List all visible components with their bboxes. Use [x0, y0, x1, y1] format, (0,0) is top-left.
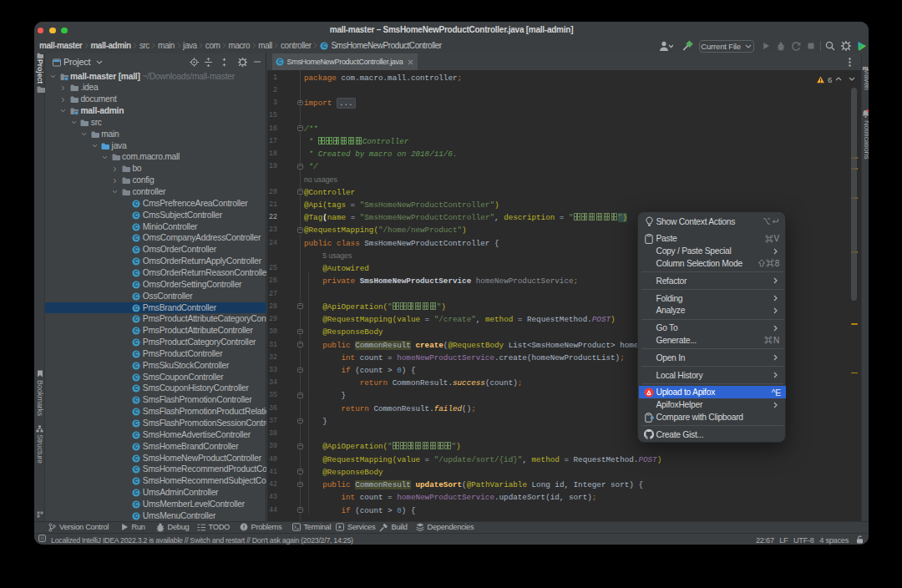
svg-text:C: C: [134, 305, 139, 311]
svg-text:C: C: [134, 374, 139, 380]
svg-text:C: C: [277, 58, 281, 64]
svg-text:C: C: [134, 362, 139, 368]
svg-text:C: C: [134, 258, 139, 264]
svg-text:C: C: [134, 224, 139, 230]
svg-text:C: C: [134, 455, 139, 461]
svg-text:C: C: [134, 270, 139, 276]
svg-text:C: C: [134, 432, 139, 438]
svg-text:C: C: [134, 501, 139, 507]
svg-text:C: C: [134, 467, 139, 473]
svg-text:C: C: [134, 328, 139, 334]
svg-text:C: C: [134, 247, 139, 253]
svg-text:C: C: [134, 281, 139, 287]
svg-text:C: C: [134, 339, 139, 345]
svg-text:C: C: [134, 317, 139, 322]
svg-text:C: C: [134, 420, 139, 426]
svg-text:C: C: [134, 212, 139, 218]
svg-text:C: C: [134, 200, 139, 206]
svg-text:C: C: [134, 513, 139, 519]
svg-text:C: C: [134, 479, 139, 484]
svg-text:C: C: [134, 489, 139, 495]
svg-text:C: C: [134, 293, 139, 299]
svg-text:C: C: [134, 236, 139, 241]
svg-text:C: C: [134, 409, 139, 415]
svg-text:C: C: [134, 398, 139, 403]
svg-text:C: C: [134, 444, 139, 449]
svg-text:C: C: [134, 351, 139, 357]
svg-text:C: C: [134, 386, 139, 392]
